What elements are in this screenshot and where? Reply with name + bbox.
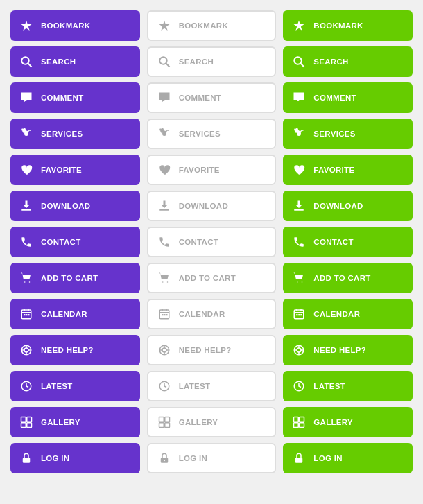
latest-label-outline: LATEST [179, 382, 211, 390]
svg-point-34 [162, 348, 166, 352]
download-button-outline[interactable]: DOWNLOAD [147, 191, 277, 221]
svg-point-0 [21, 57, 29, 64]
login-label-outline: LOG IN [179, 454, 207, 462]
services-label-purple: SERVICES [41, 130, 83, 138]
favorite-label-outline: FAVORITE [179, 166, 220, 174]
comment-button-outline[interactable]: COMMENT [147, 82, 277, 113]
contact-button-outline[interactable]: CONTACT [147, 227, 277, 257]
addtocart-button-green[interactable]: ADD TO CART [283, 263, 413, 293]
favorite-button-outline[interactable]: FAVORITE [147, 155, 277, 185]
search-button-purple[interactable]: SEARCH [10, 46, 140, 77]
comment-button-purple[interactable]: COMMENT [10, 82, 140, 113]
bookmark-icon-outline [155, 17, 173, 35]
gallery-button-outline[interactable]: GALLERY [147, 407, 277, 437]
download-button-purple[interactable]: DOWNLOAD [10, 191, 140, 221]
bookmark-button-purple[interactable]: BOOKMARK [10, 10, 140, 41]
favorite-button-green[interactable]: FAVORITE [283, 155, 413, 185]
contact-label-green: CONTACT [313, 238, 353, 246]
gallery-label-green: GALLERY [313, 418, 353, 426]
comment-icon-purple [17, 89, 35, 107]
svg-rect-10 [24, 314, 25, 315]
bookmark-icon-purple [17, 17, 35, 35]
bookmark-button-green[interactable]: BOOKMARK [283, 10, 413, 41]
latest-button-green[interactable]: LATEST [283, 371, 413, 401]
services-button-green[interactable]: SERVICES [283, 119, 413, 149]
addtocart-button-outline[interactable]: ADD TO CART [147, 263, 277, 293]
comment-icon-outline [155, 89, 173, 107]
services-button-outline[interactable]: SERVICES [147, 119, 277, 149]
gallery-label-outline: GALLERY [179, 418, 218, 426]
login-button-purple[interactable]: LOG IN [10, 443, 140, 473]
calendar-button-green[interactable]: CALENDAR [283, 299, 413, 329]
latest-button-purple[interactable]: LATEST [10, 371, 140, 401]
gallery-icon-outline [155, 413, 173, 431]
calendar-icon-green [290, 305, 308, 323]
svg-rect-17 [162, 314, 163, 315]
login-button-green[interactable]: LOG IN [283, 443, 413, 473]
svg-point-28 [24, 348, 28, 352]
bookmark-button-outline[interactable]: BOOKMARK [147, 10, 277, 41]
comment-icon-green [290, 89, 308, 107]
search-icon-purple [17, 53, 35, 71]
services-button-purple[interactable]: SERVICES [10, 119, 140, 149]
gallery-icon-purple [17, 413, 35, 431]
download-icon-green [290, 197, 308, 215]
svg-point-61 [26, 460, 27, 461]
svg-point-63 [164, 460, 165, 461]
svg-rect-24 [297, 314, 298, 315]
svg-point-40 [297, 348, 301, 352]
latest-button-outline[interactable]: LATEST [147, 371, 277, 401]
download-icon-outline [155, 197, 173, 215]
needhelp-button-purple[interactable]: NEED HELP? [10, 335, 140, 365]
bookmark-label-outline: BOOKMARK [179, 21, 228, 30]
favorite-button-purple[interactable]: FAVORITE [10, 155, 140, 185]
services-icon-green [290, 125, 308, 143]
search-label-green: SEARCH [313, 58, 348, 66]
svg-rect-52 [159, 417, 164, 422]
svg-rect-26 [301, 314, 302, 315]
latest-icon-outline [155, 377, 173, 395]
needhelp-button-green[interactable]: NEED HELP? [283, 335, 413, 365]
comment-label-green: COMMENT [313, 94, 356, 102]
svg-rect-18 [164, 314, 165, 315]
button-grid: BOOKMARK BOOKMARK BOOKMARK SEARCH SEARCH… [10, 10, 413, 473]
search-label-outline: SEARCH [179, 58, 214, 66]
comment-button-green[interactable]: COMMENT [283, 82, 413, 113]
search-button-outline[interactable]: SEARCH [147, 46, 277, 77]
favorite-label-green: FAVORITE [313, 166, 354, 174]
latest-label-green: LATEST [313, 382, 345, 390]
comment-label-outline: COMMENT [179, 94, 222, 102]
search-icon-green [290, 53, 308, 71]
search-button-green[interactable]: SEARCH [283, 46, 413, 77]
svg-line-1 [28, 63, 31, 67]
contact-button-green[interactable]: CONTACT [283, 227, 413, 257]
calendar-button-purple[interactable]: CALENDAR [10, 299, 140, 329]
svg-rect-48 [21, 417, 26, 422]
needhelp-label-green: NEED HELP? [313, 346, 366, 354]
services-label-outline: SERVICES [179, 130, 221, 138]
gallery-button-purple[interactable]: GALLERY [10, 407, 140, 437]
svg-rect-50 [21, 423, 26, 428]
calendar-label-outline: CALENDAR [179, 310, 225, 318]
search-icon-outline [155, 53, 173, 71]
login-button-outline[interactable]: LOG IN [147, 443, 277, 473]
calendar-button-outline[interactable]: CALENDAR [147, 299, 277, 329]
download-label-purple: DOWNLOAD [41, 202, 90, 210]
needhelp-button-outline[interactable]: NEED HELP? [147, 335, 277, 365]
contact-button-purple[interactable]: CONTACT [10, 227, 140, 257]
svg-point-4 [295, 57, 302, 64]
addtocart-label-outline: ADD TO CART [179, 274, 236, 282]
addtocart-label-purple: ADD TO CART [41, 274, 98, 282]
gallery-label-purple: GALLERY [41, 418, 80, 426]
latest-icon-green [290, 377, 308, 395]
addtocart-label-green: ADD TO CART [313, 274, 370, 282]
gallery-button-green[interactable]: GALLERY [283, 407, 413, 437]
svg-rect-49 [27, 417, 32, 422]
needhelp-icon-green [290, 341, 308, 359]
download-button-green[interactable]: DOWNLOAD [283, 191, 413, 221]
addtocart-button-purple[interactable]: ADD TO CART [10, 263, 140, 293]
svg-rect-25 [299, 314, 300, 315]
login-icon-green [290, 449, 308, 467]
favorite-icon-green [290, 161, 308, 179]
bookmark-label-green: BOOKMARK [313, 21, 363, 30]
